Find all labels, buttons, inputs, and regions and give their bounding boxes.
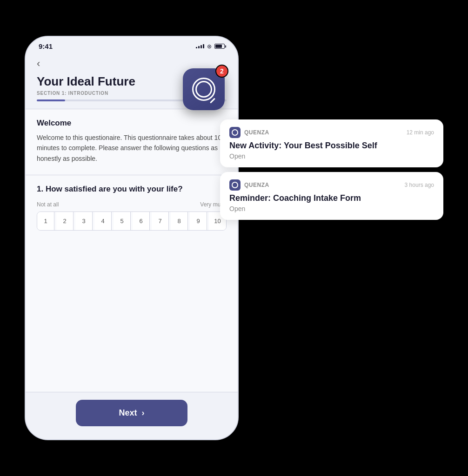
welcome-text: Welcome to this questionaire. This quest… <box>37 132 227 164</box>
notif-time-1: 12 min ago <box>407 129 434 136</box>
status-time: 9:41 <box>39 42 53 50</box>
scale-item-1[interactable]: 1 <box>37 212 54 230</box>
next-button-label: Next <box>119 408 137 418</box>
scale-item-4[interactable]: 4 <box>94 212 112 230</box>
back-button[interactable]: ‹ <box>37 58 40 70</box>
signal-icon <box>196 44 204 48</box>
scroll-content[interactable]: Welcome Welcome to this questionaire. Th… <box>26 109 238 392</box>
wifi-icon: ⊛ <box>207 43 212 50</box>
notif-header-2: QUENZA 3 hours ago <box>229 179 434 191</box>
scale-item-2[interactable]: 2 <box>56 212 74 230</box>
notif-title-2: Reminder: Coaching Intake Form <box>229 193 434 203</box>
scene: 9:41 ⊛ ‹ Your Ideal Futur <box>25 17 443 459</box>
notif-brand-icon-1 <box>229 127 241 138</box>
notif-brand-1: QUENZA <box>229 127 269 138</box>
app-icon-tail <box>210 98 215 103</box>
scale-item-3[interactable]: 3 <box>75 212 93 230</box>
question-divider <box>26 175 238 175</box>
scale-item-7[interactable]: 7 <box>152 212 169 230</box>
welcome-title: Welcome <box>37 119 227 128</box>
phone-bottom: Next › <box>26 392 238 439</box>
notif-q-icon-1 <box>232 129 238 136</box>
app-icon-inner <box>195 81 212 98</box>
app-icon-q <box>192 78 215 101</box>
notif-time-2: 3 hours ago <box>405 182 434 188</box>
scale-item-8[interactable]: 8 <box>171 212 188 230</box>
welcome-section: Welcome Welcome to this questionaire. Th… <box>37 119 227 164</box>
notif-brand-name-1: QUENZA <box>244 129 269 136</box>
notif-action-1[interactable]: Open <box>229 152 434 160</box>
scale-item-9[interactable]: 9 <box>190 212 207 230</box>
notification-card-2[interactable]: QUENZA 3 hours ago Reminder: Coaching In… <box>220 172 443 220</box>
status-bar: 9:41 ⊛ <box>26 37 238 53</box>
notif-action-2[interactable]: Open <box>229 205 434 212</box>
notif-title-1: New Activity: Your Best Possible Self <box>229 141 434 151</box>
notification-card-1[interactable]: QUENZA 12 min ago New Activity: Your Bes… <box>220 119 443 167</box>
app-icon[interactable]: 2 <box>183 68 225 110</box>
notif-brand-2: QUENZA <box>229 179 269 191</box>
scale-labels: Not at all Very much <box>37 201 227 208</box>
scale-item-5[interactable]: 5 <box>114 212 131 230</box>
question-text: 1. How satisfied are you with your life? <box>37 185 227 194</box>
battery-icon <box>214 44 225 49</box>
notif-q-icon-2 <box>232 182 238 188</box>
scale-grid[interactable]: 1 2 3 4 5 6 7 8 9 10 <box>37 212 227 231</box>
progress-bar-fill <box>37 99 65 101</box>
scale-item-6[interactable]: 6 <box>133 212 150 230</box>
notif-brand-name-2: QUENZA <box>244 182 269 188</box>
question-section: 1. How satisfied are you with your life?… <box>37 185 227 231</box>
app-notification-badge: 2 <box>215 65 228 78</box>
next-button[interactable]: Next › <box>76 400 187 426</box>
next-arrow-icon: › <box>142 408 145 418</box>
status-icons: ⊛ <box>196 43 225 50</box>
notifications-container: QUENZA 12 min ago New Activity: Your Bes… <box>220 119 443 220</box>
notif-brand-icon-2 <box>229 179 241 191</box>
scale-label-min: Not at all <box>37 201 59 208</box>
notif-header-1: QUENZA 12 min ago <box>229 127 434 138</box>
